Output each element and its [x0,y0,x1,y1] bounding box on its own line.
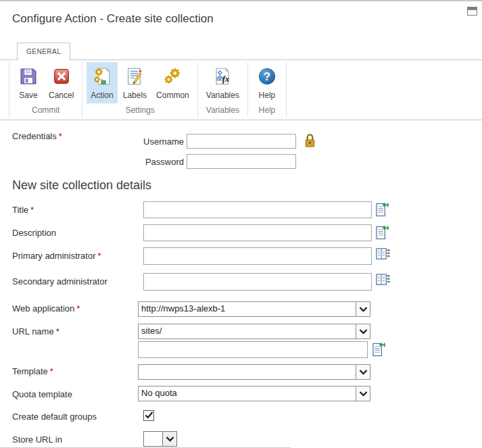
primary-admin-input[interactable] [143,247,372,265]
variables-button[interactable]: fx Variables [202,62,243,103]
store-url-in-select-value [144,432,162,446]
ribbon-group-label-variables: Variables [198,103,247,120]
action-button-label: Action [91,91,113,100]
address-book-icon[interactable] [376,273,390,287]
ribbon: Save Cancel Commit [0,59,482,120]
action-icon [91,66,113,87]
template-select-value [139,365,356,379]
primary-admin-label: Primary administrator* [12,251,101,261]
tab-general[interactable]: GENERAL [17,43,70,60]
cancel-button[interactable]: Cancel [45,62,78,103]
svg-text:?: ? [264,70,270,83]
save-icon [18,66,39,87]
address-book-icon[interactable] [376,247,390,262]
url-name-input[interactable] [138,341,368,358]
common-button[interactable]: Common [152,62,193,103]
insert-reference-icon[interactable] [376,202,389,217]
ribbon-group-commit: Save Cancel Commit [9,60,82,120]
description-label: Description [12,228,56,238]
url-name-label: URL name* [12,326,59,337]
variables-button-label: Variables [206,91,239,100]
password-input[interactable] [187,154,296,169]
web-application-select-value: http://nwps13-alexb-1 [139,302,356,316]
labels-button-label: Labels [123,91,147,100]
quota-template-select[interactable]: No quota [138,386,370,401]
action-button[interactable]: Action [87,62,117,103]
create-default-groups-label: Create default groups [12,412,97,422]
ribbon-group-variables: fx Variables Variables [198,60,247,120]
help-icon: ? [256,66,278,87]
chevron-down-icon [356,387,370,401]
password-label: Password [122,157,184,167]
ribbon-group-label-help: Help [248,103,286,120]
dialog-title: Configure Action - Create site collectio… [12,12,214,26]
credentials-label: Credentials* [12,131,62,141]
svg-text:fx: fx [222,74,229,84]
insert-reference-icon[interactable] [372,342,386,357]
labels-icon [124,66,145,87]
help-button-label: Help [259,91,276,100]
title-label: Title* [12,205,34,215]
web-application-label: Web application* [12,303,80,314]
configure-action-dialog: Configure Action - Create site collectio… [0,0,482,448]
quota-template-label: Quota template [12,389,72,399]
username-input[interactable] [187,134,296,149]
checkmark-icon [145,412,153,420]
ribbon-group-settings: Action [82,60,197,120]
cancel-icon [51,66,72,87]
secondary-admin-label: Secondary administrator [12,276,107,287]
variables-icon: fx [212,66,233,87]
store-url-in-label: Store URL in [12,434,62,445]
save-button[interactable]: Save [14,62,43,103]
description-input[interactable] [143,224,372,241]
chevron-down-icon [356,365,370,379]
chevron-down-icon [162,432,176,446]
lock-icon [304,132,316,149]
section-heading: New site collection details [12,178,151,193]
web-application-select[interactable]: http://nwps13-alexb-1 [138,301,370,317]
url-name-select-value: sites/ [139,324,356,339]
ribbon-group-label-commit: Commit [9,103,82,120]
title-input[interactable] [143,201,372,218]
ribbon-separator [286,62,287,118]
insert-reference-icon[interactable] [376,225,389,240]
store-url-in-select[interactable] [143,431,177,447]
create-default-groups-checkbox[interactable] [143,410,154,421]
url-name-select[interactable]: sites/ [138,324,370,339]
username-label: Username [122,136,184,147]
common-icon [162,66,183,87]
secondary-admin-input[interactable] [143,273,372,291]
cancel-button-label: Cancel [49,91,74,100]
save-button-label: Save [19,91,37,100]
help-button[interactable]: ? Help [252,62,282,103]
common-button-label: Common [156,91,189,100]
quota-template-select-value: No quota [139,387,356,401]
labels-button[interactable]: Labels [119,62,151,103]
chevron-down-icon [356,324,370,339]
template-select[interactable] [138,364,370,380]
restore-icon[interactable] [467,7,477,16]
chevron-down-icon [356,302,370,316]
ribbon-group-label-settings: Settings [82,103,197,120]
template-label: Template* [12,366,53,376]
ribbon-group-help: ? Help Help [248,60,286,120]
